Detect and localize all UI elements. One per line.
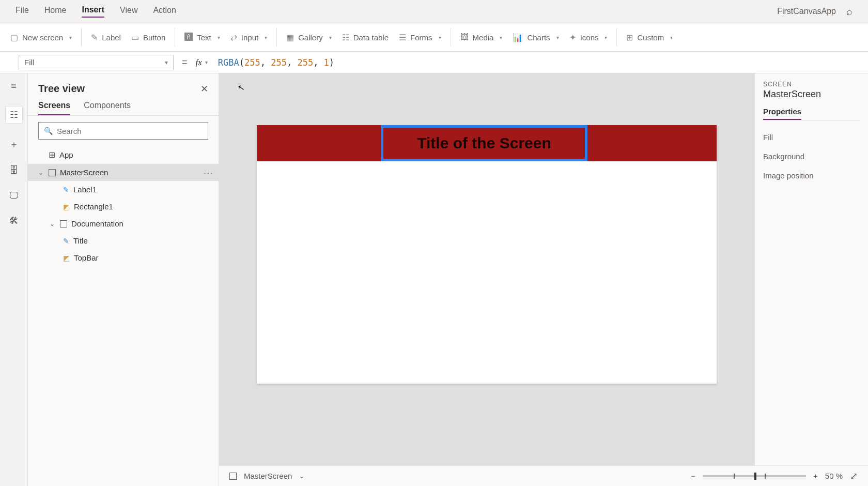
- tree-view-icon[interactable]: ☷: [5, 106, 23, 124]
- menu-home[interactable]: Home: [44, 6, 67, 17]
- tree-node-rectangle1[interactable]: ◩ Rectangle1: [28, 198, 219, 215]
- input-icon: ⇄: [230, 33, 237, 42]
- gallery-button[interactable]: ▦ Gallery ▾: [281, 33, 337, 42]
- chevron-down-icon: ▾: [500, 35, 502, 40]
- screen-icon: [60, 220, 67, 227]
- prop-fill[interactable]: Fill: [763, 128, 860, 147]
- diagnostics-icon[interactable]: ⌕: [846, 6, 853, 18]
- text-button[interactable]: 🅰 Text ▾: [179, 33, 225, 42]
- app-name: FirstCanvasApp: [777, 7, 836, 16]
- formula-expression[interactable]: RGBA(255, 255, 255, 1): [218, 57, 334, 68]
- menu-insert[interactable]: Insert: [82, 5, 104, 18]
- forms-button[interactable]: ☰ Forms ▾: [394, 33, 446, 42]
- label-icon: ✎: [91, 33, 98, 42]
- more-icon[interactable]: ···: [204, 168, 213, 177]
- chevron-down-icon: ▾: [329, 35, 332, 40]
- tree-node-label1[interactable]: ✎ Label1: [28, 181, 219, 198]
- tree-title: Tree view: [38, 83, 85, 95]
- button-button[interactable]: ▭ Button: [126, 33, 171, 42]
- media-icon: 🖼: [460, 33, 469, 42]
- table-icon: ☷: [342, 33, 349, 42]
- icons-icon: ✦: [569, 33, 576, 42]
- expand-icon[interactable]: ⤢: [850, 470, 858, 482]
- screen-icon: [229, 473, 237, 480]
- status-screen-name[interactable]: MasterScreen: [244, 472, 292, 480]
- cursor-icon: ↖: [237, 82, 245, 93]
- charts-button[interactable]: 📊 Charts ▾: [507, 33, 564, 42]
- search-input[interactable]: 🔍: [38, 122, 208, 140]
- screen-icon: [49, 169, 56, 176]
- media-rail-icon[interactable]: 🖵: [9, 190, 19, 201]
- label-icon: ✎: [63, 237, 69, 245]
- ribbon-bar: ▢ New screen ▾ ✎ Label ▭ Button 🅰 Text ▾…: [0, 23, 868, 52]
- chevron-down-icon[interactable]: ⌄: [299, 473, 304, 480]
- gallery-icon: ▦: [286, 33, 294, 42]
- custom-icon: ⊞: [626, 33, 633, 42]
- property-name: Fill: [24, 58, 34, 67]
- property-selector[interactable]: Fill ▾: [19, 55, 174, 70]
- menu-view[interactable]: View: [120, 6, 137, 17]
- chevron-down-icon[interactable]: ▾: [205, 59, 208, 65]
- custom-button[interactable]: ⊞ Custom ▾: [621, 33, 678, 42]
- tree-node-title[interactable]: ✎ Title: [28, 232, 219, 249]
- tree-panel: Tree view ✕ Screens Components 🔍 ⊞ App ⌄…: [28, 73, 219, 486]
- tab-screens[interactable]: Screens: [38, 101, 70, 115]
- new-screen-label: New screen: [22, 33, 63, 42]
- close-icon[interactable]: ✕: [200, 83, 208, 95]
- panel-header: SCREEN: [763, 81, 860, 88]
- chevron-down-icon: ▾: [218, 35, 220, 40]
- form-icon: ☰: [399, 33, 406, 42]
- chevron-down-icon: ▾: [556, 35, 559, 40]
- button-icon: ▭: [131, 33, 139, 42]
- data-icon[interactable]: 🗄: [9, 165, 19, 176]
- media-button[interactable]: 🖼 Media ▾: [455, 33, 508, 42]
- menu-action[interactable]: Action: [153, 6, 176, 17]
- label-icon: ✎: [63, 186, 69, 194]
- formula-bar: Fill ▾ = fx ▾ RGBA(255, 255, 255, 1): [0, 52, 868, 73]
- label-button[interactable]: ✎ Label: [86, 33, 126, 42]
- search-icon: 🔍: [44, 127, 53, 135]
- zoom-in-button[interactable]: +: [813, 472, 818, 480]
- fx-label[interactable]: fx: [196, 57, 202, 68]
- tree-tabs: Screens Components: [28, 99, 219, 116]
- search-field[interactable]: [57, 127, 203, 135]
- tools-icon[interactable]: 🛠: [9, 216, 19, 226]
- left-rail: ≡ ☷ ＋ 🗄 🖵 🛠: [0, 73, 28, 486]
- icons-button[interactable]: ✦ Icons ▾: [564, 33, 613, 42]
- zoom-value: 50 %: [825, 472, 843, 480]
- tab-properties[interactable]: Properties: [763, 107, 801, 120]
- equals-sign: =: [182, 57, 188, 68]
- formula-fn: RGBA: [218, 57, 239, 68]
- tree-node-topbar[interactable]: ◩ TopBar: [28, 249, 219, 266]
- zoom-slider[interactable]: [703, 475, 806, 477]
- prop-background[interactable]: Background: [763, 147, 860, 166]
- rectangle-icon: ◩: [63, 203, 70, 211]
- chevron-down-icon: ▾: [670, 35, 673, 40]
- properties-panel: SCREEN MasterScreen Properties Fill Back…: [754, 73, 868, 486]
- chevron-down-icon: ▾: [265, 35, 267, 40]
- data-table-button[interactable]: ☷ Data table: [337, 33, 394, 42]
- new-screen-button[interactable]: ▢ New screen ▾: [5, 33, 77, 42]
- caret-down-icon[interactable]: ⌄: [38, 169, 44, 176]
- zoom-out-button[interactable]: −: [691, 472, 695, 480]
- prop-image-pos[interactable]: Image position: [763, 166, 860, 185]
- tree-node-documentation[interactable]: ⌄ Documentation: [28, 215, 219, 232]
- text-icon: 🅰: [184, 33, 193, 42]
- tab-components[interactable]: Components: [84, 101, 131, 115]
- menu-file[interactable]: File: [16, 6, 29, 17]
- add-icon[interactable]: ＋: [9, 138, 19, 150]
- tree-node-app[interactable]: ⊞ App: [28, 146, 219, 164]
- canvas-title-label[interactable]: Title of the Screen: [381, 125, 587, 161]
- tree-node-masterscreen[interactable]: ⌄ MasterScreen ···: [28, 164, 219, 181]
- screen-icon: ▢: [10, 33, 18, 42]
- chart-icon: 📊: [513, 33, 523, 42]
- app-icon: ⊞: [49, 150, 55, 160]
- rectangle-icon: ◩: [63, 254, 70, 262]
- panel-screen-name: MasterScreen: [763, 89, 860, 100]
- hamburger-icon[interactable]: ≡: [11, 81, 17, 92]
- caret-down-icon[interactable]: ⌄: [50, 220, 56, 227]
- canvas-screen[interactable]: Title of the Screen: [257, 125, 717, 384]
- input-button[interactable]: ⇄ Input ▾: [225, 33, 272, 42]
- menu-bar: File Home Insert View Action FirstCanvas…: [0, 0, 868, 23]
- canvas-area[interactable]: ↖ Title of the Screen: [219, 73, 754, 465]
